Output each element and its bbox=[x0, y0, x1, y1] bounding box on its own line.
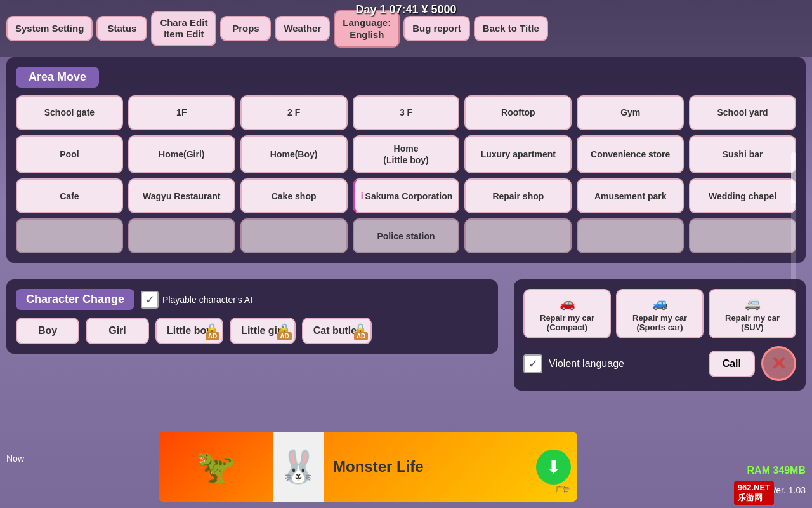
ad-left-panel: 🦖 bbox=[159, 432, 273, 502]
scroll-thumb bbox=[791, 152, 796, 203]
ad-badge-cat-butler: AD bbox=[354, 332, 368, 340]
area-btn-wedding-chapel[interactable]: Wedding chapel bbox=[689, 178, 796, 213]
ad-title: Monster Life bbox=[333, 458, 424, 475]
version-info: Ver. 1.03 bbox=[771, 485, 806, 495]
sports-car-icon: 🚙 bbox=[624, 295, 696, 311]
area-btn-school-yard[interactable]: School yard bbox=[689, 95, 796, 130]
character-buttons: Boy Girl Little boy 🔒 AD Little girl 🔒 A… bbox=[16, 318, 488, 344]
area-btn-row4-3[interactable] bbox=[240, 218, 348, 253]
watermark-text: 962.NET乐游网 bbox=[738, 483, 770, 502]
now-text: Now bbox=[6, 453, 24, 464]
area-btn-row4-1[interactable] bbox=[16, 218, 123, 253]
repair-suv-btn[interactable]: 🚐 Repair my car(SUV) bbox=[709, 289, 796, 338]
ad-badge-little-girl: AD bbox=[277, 332, 291, 340]
area-btn-row4-7[interactable] bbox=[689, 218, 796, 253]
chara-edit-label: Chara EditItem Edit bbox=[160, 17, 207, 39]
ai-checkbox-container: ✓ Playable character's AI bbox=[141, 291, 252, 309]
watermark: 962.NET乐游网 bbox=[734, 481, 774, 505]
area-btn-repair-shop[interactable]: Repair shop bbox=[464, 178, 572, 213]
char-btn-little-boy[interactable]: Little boy 🔒 AD bbox=[155, 318, 223, 344]
ram-info: RAM 349MB bbox=[747, 465, 806, 476]
call-button[interactable]: Call bbox=[709, 351, 755, 377]
area-btn-row4-2[interactable] bbox=[128, 218, 235, 253]
status-button[interactable]: Status bbox=[96, 16, 147, 41]
area-btn-cake-shop[interactable]: Cake shop bbox=[240, 178, 348, 213]
area-btn-sushi-bar[interactable]: Sushi bar bbox=[689, 135, 796, 173]
area-btn-home-little-boy[interactable]: Home(Little boy) bbox=[353, 135, 460, 173]
area-btn-row4-6[interactable] bbox=[577, 218, 684, 253]
character-change-panel: Character Change ✓ Playable character's … bbox=[6, 279, 498, 354]
area-btn-3f[interactable]: 3 F bbox=[353, 95, 460, 130]
area-btn-gym[interactable]: Gym bbox=[577, 95, 684, 130]
close-button[interactable]: ✕ bbox=[761, 346, 796, 381]
area-btn-school-gate[interactable]: School gate bbox=[16, 95, 123, 130]
violent-language-label: Violent language bbox=[549, 358, 702, 370]
repair-cars-row: 🚗 Repair my car(Compact) 🚙 Repair my car… bbox=[523, 289, 796, 338]
area-move-title: Area Move bbox=[16, 67, 99, 88]
ad-center-icon-area: 🐰 bbox=[273, 432, 324, 502]
char-btn-girl[interactable]: Girl bbox=[86, 318, 149, 344]
area-btn-luxury-apartment[interactable]: Luxury apartment bbox=[464, 135, 572, 173]
ad-rabbit-icon: 🐰 bbox=[278, 448, 318, 485]
download-icon: ⬇ bbox=[546, 457, 561, 478]
area-btn-row4-5[interactable] bbox=[464, 218, 572, 253]
repair-compact-btn[interactable]: 🚗 Repair my car(Compact) bbox=[523, 289, 611, 338]
system-setting-button[interactable]: System Setting bbox=[6, 16, 93, 41]
area-btn-home-boy[interactable]: Home(Boy) bbox=[240, 135, 348, 173]
props-button[interactable]: Props bbox=[220, 16, 271, 41]
language-label: Language:English bbox=[343, 17, 391, 41]
area-btn-pool[interactable]: Pool bbox=[16, 135, 123, 173]
area-btn-home-girl[interactable]: Home(Girl) bbox=[128, 135, 235, 173]
ad-badge-little-boy: AD bbox=[206, 332, 219, 340]
back-to-title-button[interactable]: Back to Title bbox=[474, 16, 548, 41]
compact-car-icon: 🚗 bbox=[531, 295, 603, 311]
area-btn-rooftop[interactable]: Rooftop bbox=[464, 95, 572, 130]
violent-language-row: ✓ Violent language Call ✕ bbox=[523, 346, 796, 381]
suv-icon: 🚐 bbox=[716, 295, 789, 311]
ad-text-area: Monster Life bbox=[324, 458, 536, 476]
top-bar: Day 1 07:41 ¥ 5000 System Setting Status… bbox=[0, 0, 812, 57]
bug-report-button[interactable]: Bug report bbox=[403, 16, 470, 41]
repair-sports-btn[interactable]: 🚙 Repair my car(Sports car) bbox=[616, 289, 704, 338]
area-btn-police-station[interactable]: Police station bbox=[353, 218, 460, 253]
violent-language-checkbox[interactable]: ✓ bbox=[523, 354, 542, 373]
char-btn-boy[interactable]: Boy bbox=[16, 318, 79, 344]
weather-button[interactable]: Weather bbox=[275, 16, 330, 41]
day-info: Day 1 07:41 ¥ 5000 bbox=[355, 3, 456, 17]
ad-monster-icon: 🦖 bbox=[196, 448, 235, 485]
area-btn-1f[interactable]: 1F bbox=[128, 95, 235, 130]
repair-panel: 🚗 Repair my car(Compact) 🚙 Repair my car… bbox=[514, 279, 806, 391]
close-icon: ✕ bbox=[771, 352, 787, 375]
ad-download-button[interactable]: ⬇ bbox=[536, 450, 571, 485]
ad-label: 广告 bbox=[556, 485, 570, 494]
chara-edit-button[interactable]: Chara EditItem Edit bbox=[151, 11, 216, 46]
area-btn-2f[interactable]: 2 F bbox=[240, 95, 348, 130]
area-grid: School gate 1F 2 F 3 F Rooftop Gym Schoo… bbox=[16, 95, 796, 253]
char-change-header: Character Change ✓ Playable character's … bbox=[16, 289, 488, 310]
char-change-title: Character Change bbox=[16, 289, 134, 310]
area-move-panel: Area Move School gate 1F 2 F 3 F Rooftop… bbox=[6, 57, 806, 263]
area-btn-amusement-park[interactable]: Amusement park bbox=[577, 178, 684, 213]
area-btn-wagyu[interactable]: Wagyu Restaurant bbox=[128, 178, 235, 213]
ad-banner[interactable]: 🦖 🐰 Monster Life ⬇ 广告 bbox=[159, 432, 577, 502]
ai-checkbox-label: Playable character's AI bbox=[162, 295, 252, 305]
char-btn-cat-butler[interactable]: Cat butler 🔒 AD bbox=[302, 318, 372, 344]
area-btn-cafe[interactable]: Cafe bbox=[16, 178, 123, 213]
area-btn-convenience-store[interactable]: Convenience store bbox=[577, 135, 684, 173]
area-btn-sakuma[interactable]: i Sakuma Corporation bbox=[353, 178, 460, 213]
ai-checkbox[interactable]: ✓ bbox=[141, 291, 159, 309]
char-btn-little-girl[interactable]: Little girl 🔒 AD bbox=[230, 318, 296, 344]
